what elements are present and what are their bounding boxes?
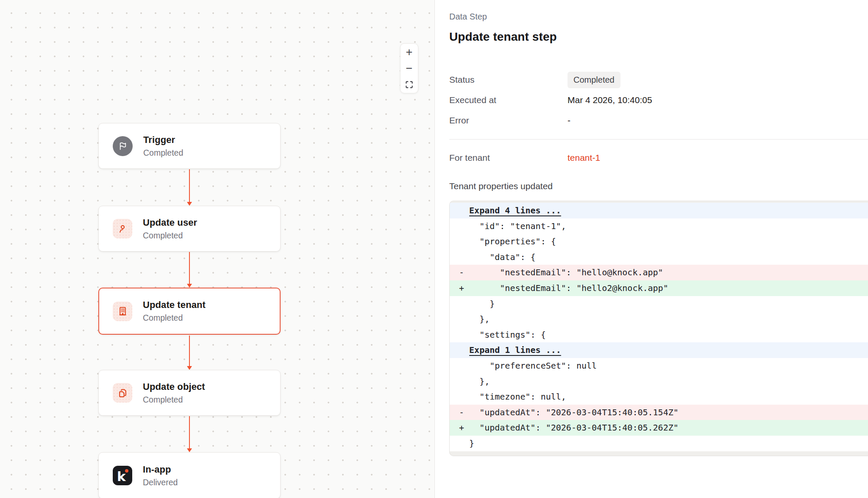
node-title: In-app	[143, 464, 178, 475]
node-status: Delivered	[143, 478, 178, 487]
flag-icon	[113, 136, 133, 156]
section-divider	[449, 139, 868, 140]
canvas-zoom-toolbar: + −	[400, 43, 418, 93]
field-row-status: Status Completed	[449, 70, 868, 90]
field-label: Executed at	[449, 95, 568, 105]
field-row-executed-at: Executed at Mar 4 2026, 10:40:05	[449, 90, 868, 110]
node-status: Completed	[143, 231, 197, 241]
step-type-label: Data Step	[449, 11, 868, 22]
diff-gutter-sign	[459, 218, 469, 234]
field-row-for-tenant: For tenant tenant-1	[449, 151, 868, 164]
diff-line: "id": "tenant-1",	[450, 218, 868, 234]
workflow-node-update-object[interactable]: Update object Completed	[98, 370, 281, 416]
page-title: Update tenant step	[449, 30, 868, 44]
field-label: For tenant	[449, 153, 568, 163]
fullscreen-icon	[405, 81, 413, 89]
diff-line: "data": {	[450, 249, 868, 265]
node-status: Completed	[143, 313, 206, 323]
diff-gutter-sign	[459, 374, 469, 389]
diff-line: - "updatedAt": "2026-03-04T15:40:05.154Z…	[450, 405, 868, 420]
section-title: Tenant properties updated	[449, 181, 868, 191]
diff-line: "timezone": null,	[450, 389, 868, 405]
knock-icon: k	[113, 466, 132, 485]
diff-line: "settings": {	[450, 327, 868, 343]
workflow-node-update-user[interactable]: Update user Completed	[98, 206, 281, 252]
diff-line: }	[450, 296, 868, 312]
diff-gutter-sign: +	[459, 280, 469, 296]
json-diff-viewer: Expand 4 lines ... "id": "tenant-1", "pr…	[449, 201, 868, 456]
diff-line: + "nestedEmail": "hello2@knock.app"	[450, 280, 868, 296]
fit-view-button[interactable]	[401, 77, 418, 92]
diff-line: },	[450, 374, 868, 389]
node-status: Completed	[143, 148, 183, 158]
status-badge: Completed	[568, 72, 620, 88]
diff-gutter-sign	[459, 203, 469, 218]
zoom-in-button[interactable]: +	[401, 45, 418, 60]
diff-gutter-sign	[459, 296, 469, 312]
user-icon	[113, 219, 132, 238]
diff-gutter-sign	[459, 327, 469, 343]
diff-gutter-sign	[459, 358, 469, 374]
node-title: Update object	[143, 381, 205, 392]
field-label: Status	[449, 75, 568, 85]
diff-expand-row[interactable]: Expand 1 lines ...	[450, 342, 868, 358]
diff-gutter-sign	[459, 249, 469, 265]
field-row-error: Error -	[449, 110, 868, 131]
field-label: Error	[449, 115, 568, 126]
diff-gutter-sign: -	[459, 405, 469, 420]
diff-gutter-sign	[459, 436, 469, 451]
diff-line: "preferenceSet": null	[450, 358, 868, 374]
workflow-node-trigger[interactable]: Trigger Completed	[98, 123, 281, 169]
workflow-edge	[189, 416, 190, 448]
diff-gutter-sign	[459, 389, 469, 405]
workflow-edge	[189, 336, 190, 366]
field-value: Mar 4 2026, 10:40:05	[568, 95, 652, 105]
workflow-node-in-app[interactable]: k In-app Delivered	[98, 452, 281, 498]
node-title: Update tenant	[143, 299, 206, 311]
zoom-out-button[interactable]: −	[401, 61, 418, 76]
workflow-node-update-tenant[interactable]: Update tenant Completed	[98, 288, 281, 335]
node-title: Update user	[143, 217, 197, 228]
node-status: Completed	[143, 395, 205, 405]
workflow-canvas[interactable]: + − Trigger Completed	[0, 0, 435, 498]
diff-expand-row[interactable]: Expand 4 lines ...	[450, 203, 868, 218]
tenant-link[interactable]: tenant-1	[568, 153, 600, 163]
diff-line: - "nestedEmail": "hello@knock.app"	[450, 265, 868, 280]
diff-gutter-sign: +	[459, 420, 469, 436]
diff-line: },	[450, 311, 868, 327]
workflow-edge	[189, 169, 190, 202]
diff-gutter-sign: -	[459, 265, 469, 280]
building-icon	[113, 302, 132, 321]
diff-line: }	[450, 436, 868, 451]
copy-icon	[113, 383, 132, 403]
field-value: -	[568, 115, 570, 126]
diff-gutter-sign	[459, 342, 469, 358]
diff-gutter-sign	[459, 311, 469, 327]
diff-line: + "updatedAt": "2026-03-04T15:40:05.262Z…	[450, 420, 868, 436]
diff-gutter-sign	[459, 234, 469, 249]
diff-line: "properties": {	[450, 234, 868, 249]
workflow-edge	[189, 252, 190, 284]
node-title: Trigger	[143, 134, 183, 145]
step-info-fields: Status Completed Executed at Mar 4 2026,…	[449, 70, 868, 131]
step-detail-panel: Data Step Update tenant step Status Comp…	[435, 0, 868, 498]
